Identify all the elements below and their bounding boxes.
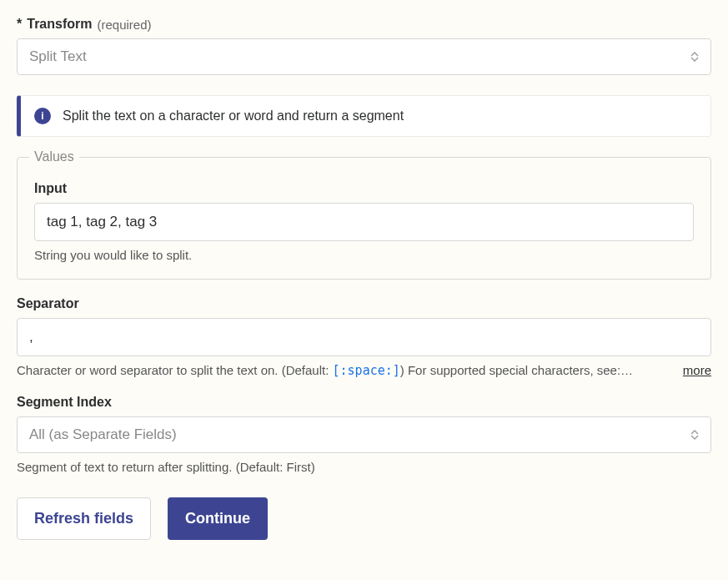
transform-select[interactable]: Split Text bbox=[17, 38, 711, 75]
separator-help: Character or word separator to split the… bbox=[17, 363, 633, 378]
required-text: (required) bbox=[97, 18, 151, 32]
segment-select-value: All (as Separate Fields) bbox=[29, 426, 177, 443]
segment-help: Segment of text to return after splittin… bbox=[17, 460, 711, 474]
continue-button[interactable]: Continue bbox=[168, 497, 268, 540]
segment-label: Segment Index bbox=[17, 395, 711, 410]
input-label: Input bbox=[34, 181, 694, 196]
info-icon: i bbox=[34, 108, 51, 124]
transform-select-value: Split Text bbox=[29, 48, 87, 65]
info-icon-text: i bbox=[41, 110, 43, 122]
more-link[interactable]: more bbox=[683, 363, 711, 377]
input-field[interactable] bbox=[34, 203, 694, 241]
separator-label: Separator bbox=[17, 296, 711, 311]
transform-label-row: * Transform (required) bbox=[17, 17, 711, 32]
input-help: String you would like to split. bbox=[34, 248, 694, 262]
info-text: Split the text on a character or word an… bbox=[63, 108, 404, 124]
segment-select[interactable]: All (as Separate Fields) bbox=[17, 416, 711, 453]
separator-help-suffix: ) For supported special characters, see:… bbox=[400, 363, 633, 377]
values-fieldset: Values Input String you would like to sp… bbox=[17, 157, 711, 280]
button-row: Refresh fields Continue bbox=[17, 497, 711, 540]
separator-help-prefix: Character or word separator to split the… bbox=[17, 363, 333, 377]
transform-label: Transform bbox=[27, 17, 92, 32]
refresh-fields-button[interactable]: Refresh fields bbox=[17, 497, 151, 540]
info-banner: i Split the text on a character or word … bbox=[17, 95, 711, 137]
values-legend: Values bbox=[29, 149, 79, 164]
separator-field[interactable] bbox=[17, 318, 711, 356]
chevron-updown-icon bbox=[690, 430, 699, 440]
separator-help-code: [:space:] bbox=[333, 363, 400, 378]
required-asterisk: * bbox=[17, 17, 22, 32]
chevron-updown-icon bbox=[690, 52, 699, 62]
